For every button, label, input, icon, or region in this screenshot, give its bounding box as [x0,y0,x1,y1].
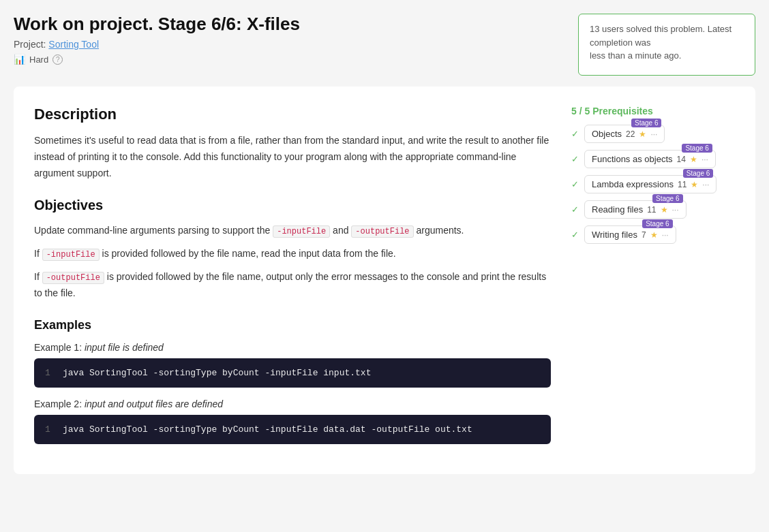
page-title: Work on project. Stage 6/6: X-files [14,14,564,35]
objectives-section: Objectives Update command-line arguments… [34,198,551,301]
info-text-line3: less than a minute ago. [590,50,681,61]
examples-section: Examples Example 1: input file is define… [34,318,551,444]
example2-label: Example 2: input and output files are de… [34,398,551,409]
check-icon: ✓ [571,154,579,164]
prereq-card[interactable]: Stage 6 Lambda expressions 11 ★ ··· [584,175,717,193]
prereq-item: ✓ Stage 6 Writing files 7 ★ ··· [571,225,735,244]
project-link[interactable]: Sorting Tool [48,39,99,50]
stage-badge: Stage 6 [683,169,713,178]
prereq-card[interactable]: Stage 6 Objects 22 ★ ··· [584,125,665,143]
prereq-name: Writing files [592,230,637,240]
star-icon: ★ [650,230,658,240]
dots-icon[interactable]: ··· [672,205,679,215]
objectives-intro: Update command-line arguments parsing to… [34,225,270,236]
outputfile-code-2: -outputFile [42,272,104,284]
prerequisites-title: 5 / 5 Prerequisites [571,106,735,116]
dots-icon[interactable]: ··· [702,180,709,189]
info-text-line1: 13 users solved this problem. Latest [590,24,732,34]
stage-badge: Stage 6 [642,219,672,228]
prereq-item: ✓ Stage 6 Lambda expressions 11 ★ ··· [571,175,735,193]
check-icon: ✓ [571,129,579,139]
content-right: 5 / 5 Prerequisites ✓ Stage 6 Objects 22… [571,106,735,455]
prereq-card[interactable]: Stage 6 Writing files 7 ★ ··· [584,225,676,244]
example2-line-number: 1 [45,424,53,435]
objectives-end: arguments. [416,225,464,236]
prerequisites-list: ✓ Stage 6 Objects 22 ★ ··· ✓ Stage 6 Fun… [571,125,735,244]
outputfile-code-1: -outputFile [351,225,413,238]
dots-icon[interactable]: ··· [702,155,708,164]
dots-icon[interactable]: ··· [650,129,657,139]
star-icon: ★ [691,180,698,189]
main-content: Description Sometimes it's useful to rea… [14,87,755,474]
description-text: Sometimes it's useful to read data that … [34,133,551,181]
bar-chart-icon: 📊 [14,54,25,65]
obj-line2-end: is provided followed by the file name, r… [102,248,396,259]
prereq-card[interactable]: Stage 6 Functions as objects 14 ★ ··· [584,150,716,168]
stage-badge: Stage 6 [652,194,682,203]
inputfile-code-2: -inputFile [42,249,100,261]
objectives-text-1: Update command-line arguments parsing to… [34,223,551,239]
example1-italic: input file is defined [85,342,164,353]
difficulty-line: 📊 Hard ? [14,54,564,65]
top-area: Work on project. Stage 6/6: X-files Proj… [14,14,755,76]
star-icon: ★ [661,205,668,215]
description-heading: Description [34,106,551,123]
stage-badge: Stage 6 [631,119,661,127]
stage-badge: Stage 6 [682,144,712,153]
prereq-name: Objects [592,129,622,139]
obj-line3-start: If [34,271,40,282]
prereq-count: 11 [647,205,656,215]
prereq-item: ✓ Stage 6 Functions as objects 14 ★ ··· [571,150,735,168]
project-label: Project: [14,39,46,50]
prereq-name: Reading files [592,204,643,215]
prereq-count: 11 [678,180,687,189]
info-text-line2: completion was [590,37,651,48]
prereq-name: Functions as objects [592,154,673,164]
objectives-and: and [333,225,348,236]
obj-line3-end: is provided followed by the file name, o… [34,271,546,298]
help-icon[interactable]: ? [52,54,63,65]
prereq-count: 22 [626,129,635,139]
top-left: Work on project. Stage 6/6: X-files Proj… [14,14,564,76]
prereq-item: ✓ Stage 6 Objects 22 ★ ··· [571,125,735,143]
example2-code-block: 1 java SortingTool -sortingType byCount … [34,415,551,444]
example1-line-number: 1 [45,368,53,378]
example2-italic: input and output files are defined [85,398,223,409]
check-icon: ✓ [571,204,579,215]
star-icon: ★ [690,155,697,164]
check-icon: ✓ [571,179,579,189]
info-box: 13 users solved this problem. Latest com… [578,14,755,76]
prereq-name: Lambda expressions [592,179,674,189]
example2-code-text: java SortingTool -sortingType byCount -i… [63,424,472,435]
objectives-text-3: If -outputFile is provided followed by t… [34,269,551,302]
obj-line2-start: If [34,248,40,259]
header-section: Work on project. Stage 6/6: X-files Proj… [14,14,564,65]
example1-code-block: 1 java SortingTool -sortingType byCount … [34,358,551,388]
example1-label: Example 1: input file is defined [34,342,551,353]
examples-heading: Examples [34,318,551,332]
prereq-count: 14 [677,155,686,164]
prereq-item: ✓ Stage 6 Reading files 11 ★ ··· [571,200,735,219]
prereq-count: 7 [642,230,646,240]
dots-icon[interactable]: ··· [662,230,669,240]
content-left: Description Sometimes it's useful to rea… [34,106,551,455]
project-line: Project: Sorting Tool [14,39,564,50]
prereq-card[interactable]: Stage 6 Reading files 11 ★ ··· [584,200,687,219]
example1-code-text: java SortingTool -sortingType byCount -i… [63,368,371,378]
inputfile-code-1: -inputFile [273,225,330,238]
difficulty-label: Hard [29,54,48,65]
star-icon: ★ [639,129,646,139]
objectives-heading: Objectives [34,198,551,213]
check-icon: ✓ [571,230,579,240]
objectives-text-2: If -inputFile is provided followed by th… [34,246,551,262]
